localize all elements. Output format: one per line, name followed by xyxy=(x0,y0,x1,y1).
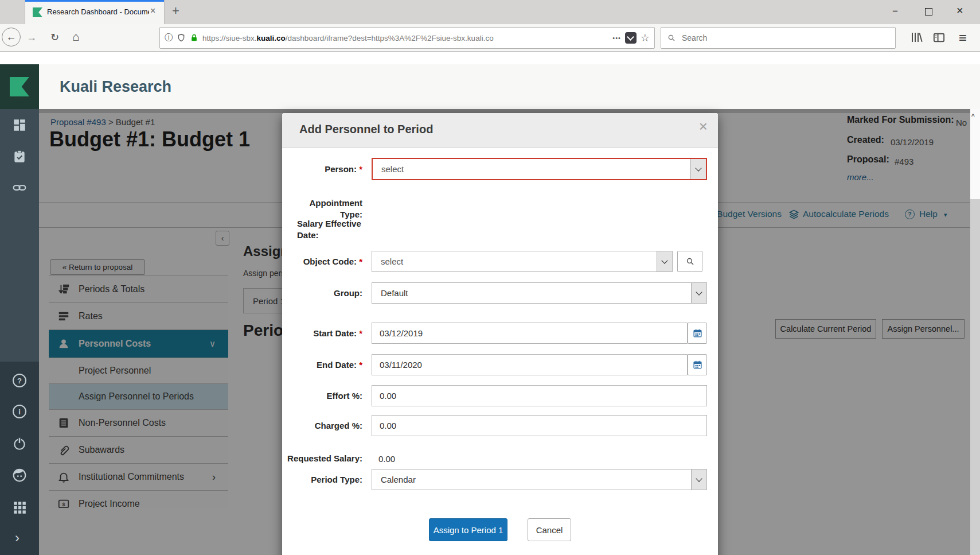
forward-button[interactable]: → xyxy=(26,32,37,44)
period-type-select[interactable]: Calendar xyxy=(372,469,707,490)
salary-effective-date-label: Salary Effective Date: xyxy=(297,218,362,241)
bookmark-star-icon[interactable]: ☆ xyxy=(641,32,650,44)
tab-title: Research Dashboard - Docume xyxy=(47,7,149,16)
url-text: https://siue-sbx.kuali.co/dashboard/ifra… xyxy=(202,34,608,42)
effort-label: Effort %: xyxy=(287,390,362,402)
info-icon[interactable]: i xyxy=(13,405,26,418)
back-button[interactable]: ← xyxy=(2,28,21,46)
home-button[interactable]: ⌂ xyxy=(72,30,80,44)
window-maximize-button[interactable] xyxy=(925,8,932,15)
add-personnel-modal: Add Personnel to Period × Person: * sele… xyxy=(282,113,718,555)
browser-tab-bar: Research Dashboard - Docume × + − × xyxy=(0,0,980,24)
chevron-down-icon[interactable] xyxy=(690,159,706,179)
active-tab-indicator xyxy=(25,0,164,2)
chevron-down-icon[interactable] xyxy=(691,283,706,303)
end-date-label: End Date: * xyxy=(287,359,362,371)
calendar-icon xyxy=(693,328,702,338)
chevron-down-icon[interactable] xyxy=(657,251,672,271)
object-code-label: Object Code: * xyxy=(287,256,362,267)
page-top-strip xyxy=(0,52,980,64)
browser-tab[interactable]: Research Dashboard - Docume × xyxy=(25,0,165,24)
calendar-icon xyxy=(693,360,702,370)
group-select[interactable]: Default xyxy=(372,282,707,304)
sidebar-toggle-icon[interactable] xyxy=(932,31,946,44)
apps-grid-icon[interactable] xyxy=(12,500,27,515)
reload-button[interactable]: ↻ xyxy=(50,31,59,44)
site-info-icon[interactable]: ⓘ xyxy=(165,33,173,43)
appointment-type-label: Appointment Type: xyxy=(287,197,362,220)
group-label: Group: xyxy=(287,288,362,299)
person-select[interactable]: select xyxy=(372,158,707,180)
person-label: Person: * xyxy=(287,164,362,175)
cancel-button[interactable]: Cancel xyxy=(528,518,571,541)
effort-input[interactable] xyxy=(372,385,707,406)
pocket-icon[interactable] xyxy=(625,32,637,44)
tab-close-icon[interactable]: × xyxy=(150,6,155,16)
back-arrow-icon: ← xyxy=(6,31,17,43)
end-date-calendar-button[interactable] xyxy=(688,354,707,375)
app-header xyxy=(39,64,980,109)
object-code-select[interactable]: select xyxy=(372,251,673,272)
search-icon xyxy=(667,33,676,42)
app-sidebar-bottom xyxy=(0,362,39,555)
end-date-input[interactable] xyxy=(372,354,688,375)
new-tab-button[interactable]: + xyxy=(172,3,179,18)
assign-to-period-button[interactable]: Assign to Period 1 xyxy=(429,518,507,541)
charged-label: Charged %: xyxy=(287,420,362,432)
start-date-label: Start Date: * xyxy=(287,328,362,339)
scrollbar-up-arrow[interactable]: ^ xyxy=(971,112,975,121)
help-icon[interactable]: ? xyxy=(13,374,26,387)
https-lock-icon[interactable] xyxy=(190,33,198,42)
library-icon[interactable] xyxy=(909,30,923,44)
dashboard-icon[interactable] xyxy=(12,118,27,133)
url-bar[interactable]: ⓘ https://siue-sbx.kuali.co/dashboard/if… xyxy=(159,27,655,49)
window-close-button[interactable]: × xyxy=(956,4,963,17)
search-input[interactable] xyxy=(681,33,889,43)
app-title: Kuali Research xyxy=(60,64,171,109)
requested-salary-label: Requested Salary: xyxy=(287,453,362,464)
search-icon xyxy=(685,257,695,266)
kuali-flag-icon xyxy=(10,77,29,96)
modal-close-icon[interactable]: × xyxy=(699,118,708,135)
scrollbar-upper xyxy=(970,109,980,199)
window-minimize-button[interactable]: − xyxy=(892,6,898,17)
link-icon[interactable] xyxy=(12,180,27,195)
requested-salary-value: 0.00 xyxy=(378,454,395,464)
object-code-search-button[interactable] xyxy=(677,251,702,272)
scrollbar-thumb[interactable] xyxy=(970,199,980,555)
sidebar-expand-icon[interactable]: › xyxy=(15,531,19,544)
browser-search-bar[interactable] xyxy=(661,27,896,49)
modal-title: Add Personnel to Period xyxy=(299,123,433,136)
period-type-label: Period Type: xyxy=(287,474,362,486)
start-date-input[interactable] xyxy=(372,323,688,344)
start-date-calendar-button[interactable] xyxy=(688,323,707,344)
power-icon[interactable] xyxy=(12,436,27,451)
charged-input[interactable] xyxy=(372,415,707,436)
tracking-shield-icon[interactable] xyxy=(177,33,186,42)
chevron-down-icon[interactable] xyxy=(691,469,706,490)
kuali-favicon-icon xyxy=(33,7,42,17)
tasks-clipboard-icon[interactable] xyxy=(12,149,27,164)
user-face-icon[interactable] xyxy=(12,468,27,483)
page-actions-icon[interactable]: ••• xyxy=(612,34,621,41)
kuali-logo[interactable] xyxy=(0,64,39,109)
menu-icon[interactable]: ≡ xyxy=(959,30,967,46)
